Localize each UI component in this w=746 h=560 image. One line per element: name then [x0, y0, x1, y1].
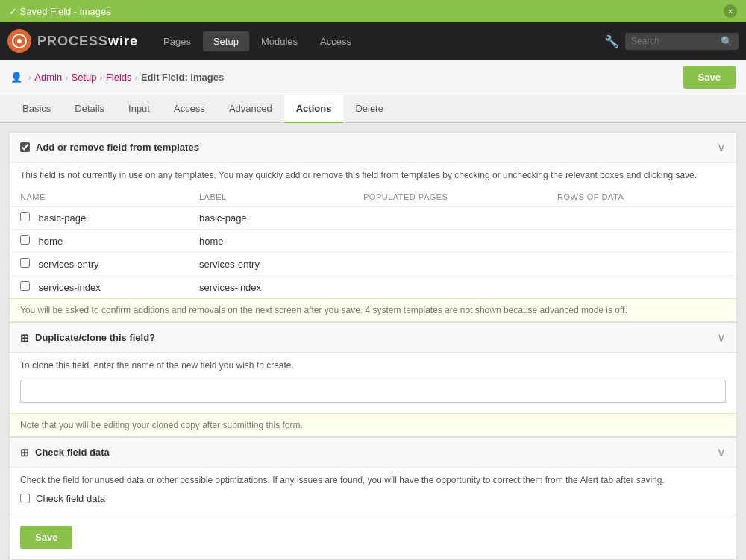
template-pages-cell: [353, 230, 547, 253]
tab-access[interactable]: Access: [162, 95, 217, 123]
clone-icon: ⊞: [20, 332, 29, 344]
user-icon: 👤: [10, 72, 22, 83]
template-rows-cell: [547, 230, 736, 253]
check-section-title: ⊞ Check field data: [20, 447, 110, 459]
check-field-label[interactable]: Check field data: [20, 493, 726, 504]
templates-section: Add or remove field from templates ∨ Thi…: [10, 133, 736, 322]
template-pages-cell: [353, 207, 547, 230]
col-header-pages: POPULATED PAGES: [353, 188, 547, 207]
breadcrumb-current: Edit Field: images: [141, 72, 224, 83]
table-row: services-index services-index: [10, 276, 736, 299]
col-header-name: NAME: [10, 188, 189, 207]
bottom-save-area: Save: [10, 515, 736, 559]
template-row-checkbox[interactable]: [20, 212, 30, 221]
top-nav-links: Pages Setup Modules Access: [153, 31, 604, 51]
search-box[interactable]: 🔍: [625, 33, 739, 50]
logo-icon: [7, 29, 31, 53]
tab-details[interactable]: Details: [63, 95, 116, 123]
clone-description: To clone this field, enter the name of t…: [20, 360, 726, 371]
templates-table: NAME LABEL POPULATED PAGES ROWS OF DATA …: [10, 188, 736, 298]
table-row: home home: [10, 230, 736, 253]
clone-section-title: ⊞ Duplicate/clone this field?: [20, 332, 155, 344]
check-section-header: ⊞ Check field data ∨: [10, 438, 736, 468]
template-rows-cell: [547, 253, 736, 276]
template-name-cell: services-entry: [10, 253, 189, 276]
tab-basics[interactable]: Basics: [10, 95, 63, 123]
notification-close[interactable]: ×: [724, 4, 737, 18]
template-row-checkbox[interactable]: [20, 281, 30, 291]
breadcrumb-setup[interactable]: Setup: [72, 72, 97, 83]
wrench-icon[interactable]: 🔧: [604, 34, 619, 48]
tab-input[interactable]: Input: [116, 95, 162, 123]
clone-note: Note that you will be editing your clone…: [10, 413, 736, 436]
templates-section-desc: This field is not currently in use on an…: [10, 163, 736, 188]
save-button-bottom[interactable]: Save: [20, 526, 72, 549]
nav-pages[interactable]: Pages: [153, 31, 201, 51]
templates-section-header: Add or remove field from templates ∨: [10, 133, 736, 163]
tab-actions[interactable]: Actions: [284, 95, 344, 123]
check-section: ⊞ Check field data ∨ Check the field for…: [10, 437, 736, 515]
breadcrumb-fields[interactable]: Fields: [106, 72, 132, 83]
template-label-cell: services-entry: [189, 253, 353, 276]
templates-section-collapse[interactable]: ∨: [717, 140, 726, 154]
tab-advanced[interactable]: Advanced: [217, 95, 284, 123]
top-nav-right: 🔧 🔍: [604, 33, 739, 50]
clone-section-body: To clone this field, enter the name of t…: [10, 353, 736, 413]
search-icon: 🔍: [721, 36, 733, 47]
check-section-body: Check the field for unused data or other…: [10, 468, 736, 515]
logo-text: PROCESSwire: [37, 34, 138, 49]
table-row: basic-page basic-page: [10, 207, 736, 230]
breadcrumb: 👤 › Admin › Setup › Fields › Edit Field:…: [10, 72, 224, 83]
template-label-cell: basic-page: [189, 207, 353, 230]
template-name-cell: services-index: [10, 276, 189, 299]
table-row: services-entry services-entry: [10, 253, 736, 276]
breadcrumb-admin[interactable]: Admin: [34, 72, 62, 83]
template-rows-cell: [547, 207, 736, 230]
template-row-checkbox[interactable]: [20, 258, 30, 268]
clone-section-header: ⊞ Duplicate/clone this field? ∨: [10, 323, 736, 353]
tab-delete[interactable]: Delete: [343, 95, 395, 123]
template-name-cell: home: [10, 230, 189, 253]
check-description: Check the field for unused data or other…: [20, 475, 726, 485]
check-field-label-text: Check field data: [36, 493, 105, 504]
template-pages-cell: [353, 253, 547, 276]
nav-modules[interactable]: Modules: [251, 31, 308, 51]
template-label-cell: home: [189, 230, 353, 253]
check-field-checkbox[interactable]: [20, 494, 30, 503]
templates-warning: You will be asked to confirm additions a…: [10, 298, 736, 321]
logo[interactable]: PROCESSwire: [7, 29, 138, 53]
clone-section: ⊞ Duplicate/clone this field? ∨ To clone…: [10, 322, 736, 437]
template-rows-cell: [547, 276, 736, 299]
clone-section-collapse[interactable]: ∨: [717, 330, 726, 345]
col-header-rows: ROWS OF DATA: [547, 188, 736, 207]
clone-input[interactable]: [20, 380, 726, 403]
template-row-checkbox[interactable]: [20, 235, 30, 245]
notification-bar: ✓ Saved Field - images ×: [0, 0, 746, 22]
save-button-top[interactable]: Save: [683, 66, 736, 89]
check-section-collapse[interactable]: ∨: [717, 445, 726, 459]
col-header-label: LABEL: [189, 188, 353, 207]
nav-setup[interactable]: Setup: [203, 31, 249, 51]
tabs-bar: Basics Details Input Access Advanced Act…: [0, 95, 746, 123]
check-icon: ⊞: [20, 447, 29, 459]
main-content: Add or remove field from templates ∨ Thi…: [9, 132, 737, 560]
templates-section-title: Add or remove field from templates: [20, 142, 199, 153]
nav-access[interactable]: Access: [310, 31, 362, 51]
svg-point-1: [17, 39, 22, 43]
search-input[interactable]: [631, 36, 721, 46]
notification-text: ✓ Saved Field - images: [9, 6, 111, 17]
template-pages-cell: [353, 276, 547, 299]
breadcrumb-bar: 👤 › Admin › Setup › Fields › Edit Field:…: [0, 60, 746, 95]
template-label-cell: services-index: [189, 276, 353, 299]
template-name-cell: basic-page: [10, 207, 189, 230]
top-navigation: PROCESSwire Pages Setup Modules Access 🔧…: [0, 22, 746, 60]
templates-section-checkbox[interactable]: [20, 142, 30, 152]
